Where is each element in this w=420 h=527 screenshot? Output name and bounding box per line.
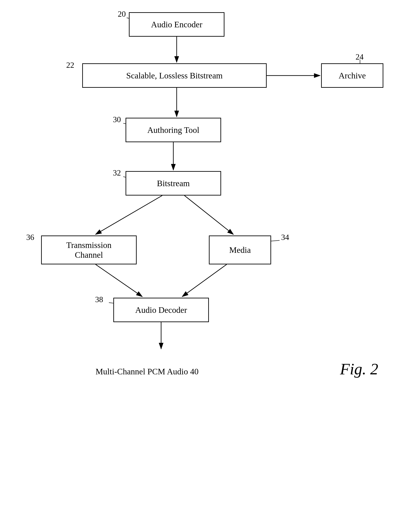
number-label-34: 34 <box>281 233 289 242</box>
audio-decoder-label: Audio Decoder <box>135 305 187 315</box>
transmission-channel-label: Transmission Channel <box>66 240 111 260</box>
media-box: Media <box>209 235 271 264</box>
diagram-container: Audio Encoder Scalable, Lossless Bitstre… <box>0 0 420 527</box>
svg-line-16 <box>271 240 280 241</box>
audio-encoder-label: Audio Encoder <box>151 20 202 29</box>
number-label-38: 38 <box>95 295 103 304</box>
scalable-bitstream-label: Scalable, Lossless Bitstream <box>126 71 223 80</box>
number-label-30: 30 <box>113 115 121 124</box>
authoring-tool-label: Authoring Tool <box>147 125 199 135</box>
number-label-32: 32 <box>113 168 121 177</box>
audio-decoder-box: Audio Decoder <box>113 298 209 322</box>
number-label-20: 20 <box>118 9 126 19</box>
svg-line-8 <box>182 264 227 296</box>
number-label-24: 24 <box>355 52 364 62</box>
media-label: Media <box>229 245 251 255</box>
number-label-22: 22 <box>66 60 74 70</box>
archive-label: Archive <box>339 71 366 80</box>
figure-label: Fig. 2 <box>340 360 378 378</box>
scalable-bitstream-box: Scalable, Lossless Bitstream <box>82 63 267 88</box>
number-label-36: 36 <box>26 233 34 242</box>
diagram-caption: Multi-Channel PCM Audio 40 <box>96 367 199 376</box>
svg-line-6 <box>184 196 233 234</box>
bitstream-label: Bitstream <box>157 178 190 188</box>
authoring-tool-box: Authoring Tool <box>126 118 221 142</box>
audio-encoder-box: Audio Encoder <box>129 12 224 37</box>
svg-line-5 <box>96 196 162 234</box>
archive-box: Archive <box>321 63 383 88</box>
svg-line-7 <box>96 264 142 296</box>
transmission-channel-box: Transmission Channel <box>41 235 137 264</box>
bitstream-box: Bitstream <box>126 171 221 196</box>
